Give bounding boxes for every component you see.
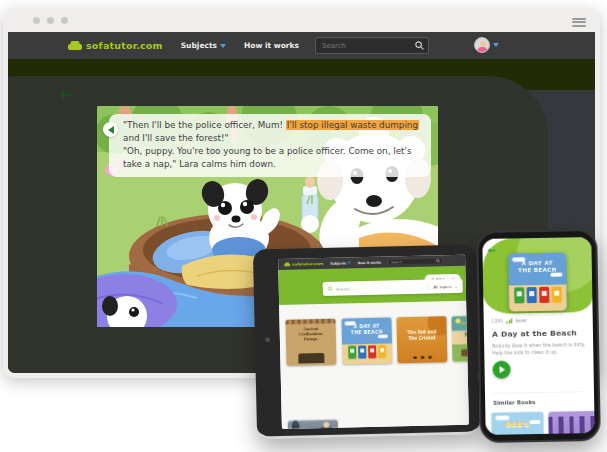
cover-art — [548, 416, 594, 435]
book-grid: AncientCivilisationsEurope A DAY ATTHE B… — [279, 301, 469, 429]
story-quote-2: "Oh, puppy. You're too young to be a pol… — [123, 145, 423, 171]
phone-screen: ← A DAY ATTHE BEACH L390 level — [482, 237, 594, 435]
level-chart-icon — [506, 318, 512, 323]
tablet-screen: sofatutor.com Subjects How it works Sear… — [278, 255, 469, 429]
highlighted-text: I'll stop illegal waste dumping — [286, 120, 419, 130]
avatar — [474, 37, 490, 53]
divider — [493, 391, 586, 393]
ants-art — [397, 356, 447, 360]
nav-subjects[interactable]: Subjects — [181, 41, 226, 50]
logo-text: sofatutor.com — [292, 261, 323, 266]
cover-art — [452, 343, 469, 362]
site-navbar: sofatutor.com Subjects How it works — [8, 32, 595, 59]
cover-art — [509, 285, 567, 312]
user-menu[interactable] — [474, 37, 499, 53]
sofa-icon — [68, 41, 82, 51]
book-cover-scandal-in-bohemia[interactable]: Sherlock Holmes A Scandalin Bohemia — [288, 420, 339, 429]
book-cover-ant-and-cricket[interactable]: The Ant andThe Cricket — [396, 316, 447, 363]
topics-filter[interactable]: All topics — [433, 284, 451, 289]
browser-titlebar — [3, 8, 600, 32]
book-cover-wonderful-oven[interactable]: Anup and the WonderfulOven — [451, 315, 468, 362]
book-cover-ancient-civilisations[interactable]: AncientCivilisationsEurope — [285, 319, 336, 366]
chevron-down-icon: ⌄ — [454, 284, 457, 289]
play-button[interactable] — [492, 360, 510, 378]
sofatutor-logo[interactable]: sofatutor.com — [68, 40, 163, 51]
nav-search-field[interactable] — [315, 37, 429, 54]
search-placeholder: Search... — [336, 286, 354, 291]
triangle-left-icon — [108, 126, 114, 134]
back-arrow-icon[interactable]: ← — [60, 86, 74, 103]
phone-mockup: ← A DAY ATTHE BEACH L390 level — [476, 229, 601, 443]
level-label: level — [516, 318, 527, 323]
chevron-down-icon — [348, 262, 351, 264]
similar-books-heading: Similar Books — [493, 399, 535, 406]
cover-art — [298, 353, 324, 364]
window-control-dots[interactable] — [33, 17, 68, 24]
level-row: L390 level — [492, 318, 527, 324]
chevron-down-icon — [493, 43, 499, 47]
cover-art — [320, 427, 333, 429]
book-description: Nobody likes it when the beach is dirty.… — [492, 341, 586, 356]
similar-book-cover-bobs[interactable]: BoB's — [491, 412, 544, 435]
search-icon — [415, 41, 424, 50]
similar-book-cover-2[interactable] — [548, 411, 594, 435]
book-cover-day-at-the-beach[interactable]: A DAY ATTHE BEACH — [341, 317, 392, 364]
play-icon — [500, 366, 506, 373]
sofa-icon — [284, 262, 290, 267]
cover-art — [292, 424, 300, 429]
search-input[interactable] — [316, 42, 412, 50]
search-icon — [328, 286, 333, 291]
logo-text: sofatutor.com — [86, 40, 163, 51]
marketing-composite: sofatutor.com Subjects How it works — [0, 0, 607, 452]
story-text-box: "Then I'll be the police officer, Mum! I… — [109, 114, 431, 177]
nav-how-it-works[interactable]: How it works — [358, 260, 382, 265]
tablet-mockup: sofatutor.com Subjects How it works Sear… — [253, 244, 480, 439]
search-icon — [436, 259, 440, 263]
book-title: A Day at the Beach — [492, 328, 577, 338]
audio-play-marker[interactable] — [103, 122, 118, 137]
hamburger-menu-icon[interactable] — [572, 16, 586, 28]
nav-how-it-works[interactable]: How it works — [244, 41, 299, 50]
book-cover-day-at-the-beach[interactable]: A DAY ATTHE BEACH — [508, 253, 567, 312]
back-arrow-icon[interactable]: ← — [487, 245, 496, 255]
nav-search-field[interactable]: Search — [388, 257, 443, 265]
level-code: L390 — [492, 319, 503, 324]
tablet-camera — [265, 337, 270, 342]
nav-subjects[interactable]: Subjects — [330, 261, 350, 265]
chevron-down-icon — [220, 44, 226, 48]
cover-art — [342, 343, 392, 364]
story-quote-1: "Then I'll be the police officer, Mum! I… — [123, 119, 423, 145]
